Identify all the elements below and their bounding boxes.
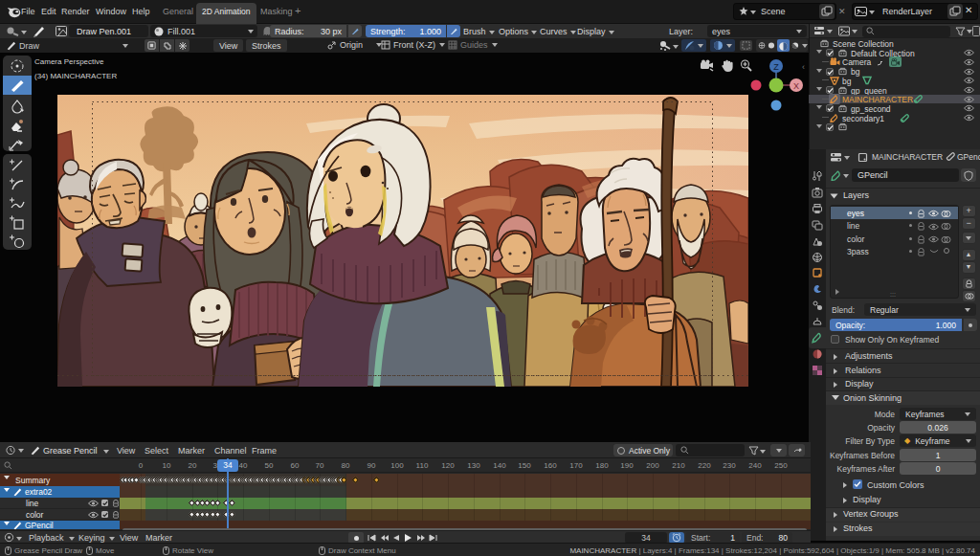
svg-text:Z: Z bbox=[773, 62, 779, 72]
svg-text:X: X bbox=[793, 81, 799, 91]
